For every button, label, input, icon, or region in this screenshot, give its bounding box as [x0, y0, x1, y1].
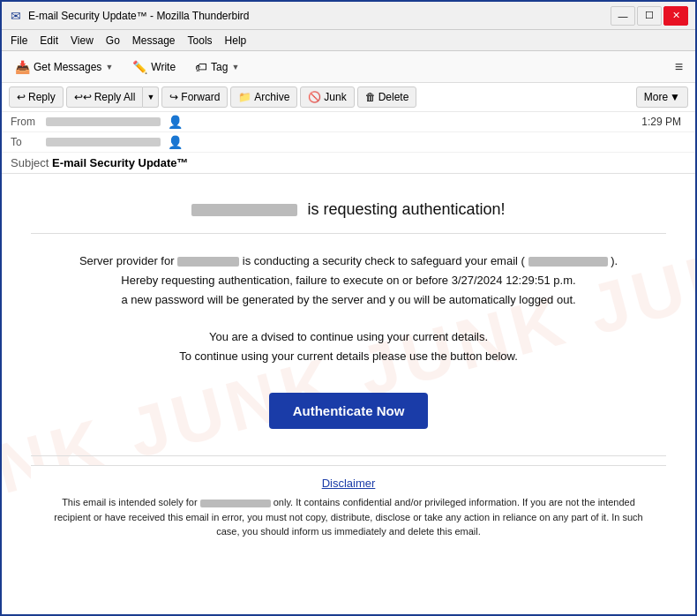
menu-go[interactable]: Go	[101, 33, 125, 49]
body-line4: You are a dvised to continue using your …	[209, 330, 488, 343]
write-button[interactable]: ✏️ Write	[124, 56, 184, 79]
reply-all-group: ↩↩ Reply All ▼	[66, 86, 160, 108]
authenticate-now-button[interactable]: Authenticate Now	[269, 393, 428, 429]
body-line1a: Server provider for	[79, 254, 175, 267]
get-messages-dropdown-icon: ▼	[105, 63, 113, 71]
more-dropdown-icon: ▼	[670, 91, 680, 103]
email-body-scroll[interactable]: JUNK JUNK JUNK JUNK is requesting authen…	[2, 174, 695, 616]
menu-help[interactable]: Help	[220, 33, 252, 49]
app-toolbar: 📥 Get Messages ▼ ✏️ Write 🏷 Tag ▼ ≡	[2, 51, 695, 83]
reply-all-icon: ↩↩	[74, 91, 92, 103]
menu-file[interactable]: File	[5, 33, 33, 49]
email-action-toolbar: ↩ Reply ↩↩ Reply All ▼ ↪ Forward 📁 Archi…	[2, 83, 695, 112]
reply-button[interactable]: ↩ Reply	[9, 86, 64, 108]
window-controls: — ☐ ✕	[611, 6, 688, 26]
from-value: 👤	[46, 115, 183, 129]
get-messages-icon: 📥	[15, 60, 30, 74]
top-divider	[31, 233, 666, 234]
menu-view[interactable]: View	[65, 33, 99, 49]
disclaimer-title: Disclaimer	[45, 477, 652, 490]
write-icon: ✏️	[132, 60, 147, 74]
body-line5: To continue using your current details p…	[179, 349, 518, 363]
tag-label: Tag	[211, 61, 228, 73]
subject-label: Subject	[11, 156, 52, 169]
hamburger-menu-button[interactable]: ≡	[668, 56, 690, 79]
email-toolbar-right: More ▼	[636, 86, 688, 108]
minimize-button[interactable]: —	[611, 6, 635, 26]
tag-dropdown-icon: ▼	[231, 63, 239, 71]
bottom-divider	[31, 455, 666, 456]
delete-label: Delete	[378, 91, 409, 103]
reply-label: Reply	[28, 91, 56, 103]
email-header: ↩ Reply ↩↩ Reply All ▼ ↪ Forward 📁 Archi…	[2, 83, 695, 174]
email-content: is requesting authentication! Server pro…	[2, 174, 695, 567]
archive-button[interactable]: 📁 Archive	[230, 86, 297, 108]
archive-icon: 📁	[238, 91, 251, 103]
menu-edit[interactable]: Edit	[34, 33, 64, 49]
to-contact-icon: 👤	[168, 135, 183, 149]
tag-button[interactable]: 🏷 Tag ▼	[187, 56, 247, 79]
reply-all-dropdown[interactable]: ▼	[143, 86, 159, 108]
auth-title-redacted	[191, 204, 297, 216]
disclaimer-text1: This email is intended solely for	[62, 497, 197, 507]
auth-title: is requesting authentication!	[31, 192, 666, 219]
menu-tools[interactable]: Tools	[183, 33, 218, 49]
body-paragraph-2: You are a dvised to continue using your …	[31, 327, 666, 366]
menu-bar: File Edit View Go Message Tools Help	[2, 30, 695, 51]
app-icon: ✉	[9, 9, 23, 23]
forward-icon: ↪	[169, 91, 178, 103]
body-redacted-2	[528, 257, 608, 267]
delete-icon: 🗑	[365, 91, 376, 103]
from-row: From 👤 1:29 PM	[2, 112, 695, 132]
write-label: Write	[151, 61, 176, 73]
disclaimer-section: Disclaimer This email is intended solely…	[31, 465, 666, 550]
subject-row: Subject E-mail Security Update™	[2, 153, 695, 173]
disclaimer-text: This email is intended solely for only. …	[45, 495, 652, 539]
junk-label: Junk	[324, 91, 346, 103]
from-label: From	[11, 116, 46, 128]
archive-label: Archive	[254, 91, 289, 103]
menu-message[interactable]: Message	[127, 33, 181, 49]
junk-icon: 🚫	[308, 91, 321, 103]
body-line1c: ).	[611, 254, 618, 267]
tag-icon: 🏷	[195, 60, 207, 74]
get-messages-label: Get Messages	[34, 61, 101, 73]
junk-button[interactable]: 🚫 Junk	[300, 86, 354, 108]
email-time: 1:29 PM	[636, 116, 686, 128]
body-line1b: is conducting a security check to safegu…	[243, 254, 525, 267]
title-bar-text: E-mail Security Update™ - Mozilla Thunde…	[28, 10, 611, 22]
title-bar: ✉ E-mail Security Update™ - Mozilla Thun…	[2, 2, 695, 30]
body-redacted-1	[177, 257, 239, 267]
to-value: 👤	[46, 135, 183, 149]
body-line2: Hereby requesting authentication, failur…	[121, 274, 575, 287]
forward-label: Forward	[181, 91, 220, 103]
subject-value: E-mail Security Update™	[52, 156, 189, 169]
maximize-button[interactable]: ☐	[637, 6, 662, 26]
close-button[interactable]: ✕	[663, 6, 688, 26]
forward-button[interactable]: ↪ Forward	[161, 86, 228, 108]
disclaimer-redacted	[200, 500, 271, 507]
delete-button[interactable]: 🗑 Delete	[357, 86, 417, 108]
more-label: More	[644, 91, 668, 103]
body-paragraph-1: Server provider for is conducting a secu…	[31, 252, 666, 310]
auth-title-text: is requesting authentication!	[307, 200, 505, 218]
reply-all-label: Reply All	[94, 91, 136, 103]
email-body-wrapper: JUNK JUNK JUNK JUNK is requesting authen…	[2, 174, 695, 580]
from-contact-icon: 👤	[168, 115, 183, 129]
get-messages-button[interactable]: 📥 Get Messages ▼	[7, 56, 121, 79]
email-content-inner: is requesting authentication! Server pro…	[13, 174, 684, 567]
reply-all-button[interactable]: ↩↩ Reply All	[66, 86, 144, 108]
to-row: To 👤	[2, 132, 695, 153]
to-address-redacted	[46, 138, 161, 146]
to-label: To	[11, 136, 46, 148]
from-address-redacted	[46, 117, 161, 126]
body-line3: a new password will be generated by the …	[121, 293, 575, 306]
reply-icon: ↩	[17, 91, 26, 103]
more-button[interactable]: More ▼	[636, 86, 688, 108]
main-area: ↩ Reply ↩↩ Reply All ▼ ↪ Forward 📁 Archi…	[2, 83, 695, 616]
